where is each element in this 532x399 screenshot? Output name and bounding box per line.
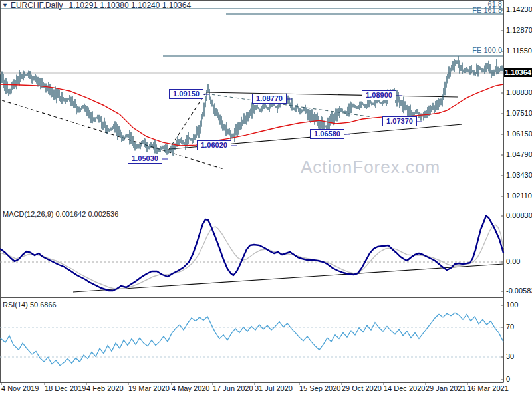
rsi-tick-label: 0 bbox=[506, 375, 510, 384]
swing-price-label[interactable]: 1.08900 bbox=[362, 90, 396, 100]
macd-tick-label: 0.00 bbox=[506, 257, 520, 266]
chart-canvas[interactable] bbox=[0, 0, 532, 399]
date-tick-label: 17 Jun 2020 bbox=[213, 384, 253, 393]
date-tick-label: 14 Dec 2020 bbox=[384, 384, 425, 393]
price-tick-label: 1.02110 bbox=[506, 192, 532, 200]
date-tick-label: 4 Nov 2019 bbox=[1, 384, 39, 393]
date-tick-label: 16 Mar 2021 bbox=[467, 384, 509, 393]
price-tick-label: 1.14230 bbox=[506, 5, 532, 14]
price-tick-label: 1.11550 bbox=[506, 47, 532, 55]
price-tick-label: 1.08830 bbox=[506, 88, 532, 97]
date-tick-label: 29 Jan 2021 bbox=[426, 384, 466, 393]
swing-price-label[interactable]: 1.09150 bbox=[169, 89, 203, 99]
macd-main-line bbox=[0, 216, 503, 291]
macd-tick-label: 0.008307 bbox=[506, 211, 532, 220]
macd-tick-label: -0.005828 bbox=[506, 287, 532, 295]
price-tick-label: 1.04790 bbox=[506, 150, 532, 159]
price-tick-label: 1.12870 bbox=[506, 26, 532, 35]
date-tick-label: 19 Mar 2020 bbox=[128, 384, 170, 393]
price-tick-label: 1.03430 bbox=[506, 171, 532, 180]
trend-line[interactable] bbox=[206, 92, 458, 97]
price-bars[interactable] bbox=[1, 56, 503, 156]
macd-indicator-label: MACD(12,26,9) 0.001642 0.002536 bbox=[3, 210, 118, 218]
swing-price-label[interactable]: 1.05030 bbox=[128, 154, 162, 164]
swing-price-label[interactable]: 1.06580 bbox=[310, 129, 344, 139]
current-price-box: 1.10364 bbox=[504, 68, 532, 77]
swing-price-label[interactable]: 1.08770 bbox=[252, 94, 287, 104]
swing-price-label[interactable]: 1.07370 bbox=[382, 116, 417, 126]
date-tick-label: 4 May 2020 bbox=[172, 384, 209, 393]
date-tick-label: 4 Feb 2020 bbox=[86, 384, 124, 393]
rsi-line bbox=[0, 313, 503, 366]
fibonacci-level-label: FE 100.0 bbox=[0, 46, 502, 54]
rsi-indicator-label: RSI(14) 50.6866 bbox=[3, 301, 57, 309]
swing-price-label[interactable]: 1.06020 bbox=[197, 140, 231, 150]
fibonacci-level-label: FE 161.8 bbox=[0, 6, 502, 14]
price-tick-label: 1.06150 bbox=[506, 130, 532, 138]
price-tick-label: 1.07510 bbox=[506, 109, 532, 118]
rsi-tick-label: 100 bbox=[506, 301, 518, 309]
date-tick-label: 29 Oct 2020 bbox=[342, 384, 382, 393]
trading-chart-window: ▼EURCHF,Daily1.10291 1.10380 1.10240 1.1… bbox=[0, 0, 532, 399]
rsi-tick-label: 70 bbox=[506, 323, 514, 331]
date-tick-label: 18 Dec 2019 bbox=[45, 384, 86, 393]
macd-trend-line[interactable] bbox=[73, 264, 503, 292]
rsi-tick-label: 30 bbox=[506, 352, 514, 361]
watermark: ActionForex.com bbox=[301, 157, 440, 178]
date-tick-label: 31 Jul 2020 bbox=[255, 384, 293, 393]
date-tick-label: 15 Sep 2020 bbox=[299, 384, 340, 393]
